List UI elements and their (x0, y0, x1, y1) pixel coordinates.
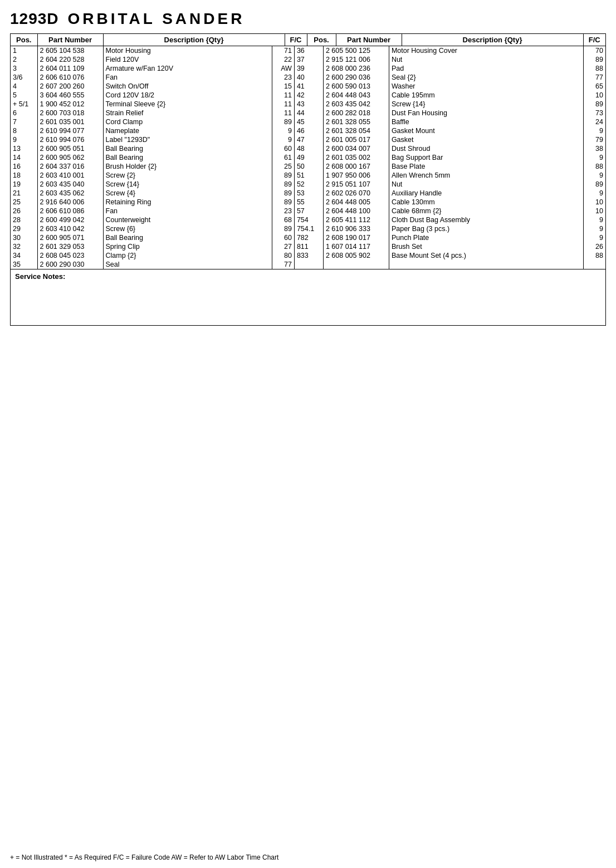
right-pos: 52 (294, 180, 323, 189)
right-partnum: 2 605 500 125 (323, 46, 389, 55)
left-desc: Screw {6} (103, 224, 272, 233)
left-desc: Cord 120V 18/2 (103, 91, 272, 100)
left-partnum: 2 607 200 260 (37, 82, 103, 91)
right-desc: Seal {2} (389, 73, 583, 82)
right-desc: Cable 195mm (389, 91, 583, 100)
left-partnum: 2 610 994 077 (37, 126, 103, 135)
right-partnum: 2 608 000 167 (323, 162, 389, 171)
right-desc: Screw {14} (389, 100, 583, 109)
table-row: 5 3 604 460 555 Cord 120V 18/2 11 42 2 6… (11, 91, 605, 100)
left-desc: Seal (103, 260, 272, 269)
right-pos: 43 (294, 100, 323, 109)
table-row: 30 2 600 905 071 Ball Bearing 60 782 2 6… (11, 233, 605, 242)
right-fc: 9 (583, 171, 605, 180)
table-row: 9 2 610 994 076 Label "1293D" 9 47 2 601… (11, 135, 605, 144)
right-partnum: 2 610 906 333 (323, 224, 389, 233)
left-desc: Cord Clamp (103, 117, 272, 126)
left-pos: 26 (11, 207, 37, 215)
left-partnum: 2 603 410 042 (37, 224, 103, 233)
left-fc: 11 (272, 91, 294, 100)
right-pos: 51 (294, 171, 323, 180)
left-partnum: 1 900 452 012 (37, 100, 103, 109)
left-desc: Field 120V (103, 55, 272, 64)
right-fc: 9 (583, 233, 605, 242)
left-partnum: 2 606 610 076 (37, 73, 103, 82)
left-fc: 15 (272, 82, 294, 91)
table-row: 8 2 610 994 077 Nameplate 9 46 2 601 328… (11, 126, 605, 135)
right-desc: Nut (389, 180, 583, 189)
left-desc: Screw {2} (103, 171, 272, 180)
table-row: + 5/1 1 900 452 012 Terminal Sleeve {2} … (11, 100, 605, 109)
right-desc: Base Mount Set (4 pcs.) (389, 251, 583, 260)
left-pos: 8 (11, 126, 37, 135)
left-partnum: 2 610 994 076 (37, 135, 103, 144)
right-partnum: 2 915 051 107 (323, 180, 389, 189)
right-partnum: 2 605 411 112 (323, 215, 389, 224)
left-pos: 30 (11, 233, 37, 242)
service-notes-label: Service Notes: (15, 272, 65, 281)
right-desc: Motor Housing Cover (389, 46, 583, 55)
left-desc: Spring Clip (103, 242, 272, 251)
table-row: 34 2 608 045 023 Clamp {2} 80 833 2 608 … (11, 251, 605, 260)
right-desc: Cable 130mm (389, 198, 583, 207)
left-pos: 2 (11, 55, 37, 64)
right-partnum: 2 608 000 236 (323, 64, 389, 73)
right-fc: 77 (583, 73, 605, 82)
right-desc: Washer (389, 82, 583, 91)
right-fc: 10 (583, 198, 605, 207)
table-row: 16 2 604 337 016 Brush Holder {2} 25 50 … (11, 162, 605, 171)
right-partnum: 2 604 448 005 (323, 198, 389, 207)
col-pos-right: Pos. (307, 34, 336, 46)
table-row: 1 2 605 104 538 Motor Housing 71 36 2 60… (11, 46, 605, 55)
left-pos: 4 (11, 82, 37, 91)
left-fc: 23 (272, 207, 294, 215)
right-desc: Baffle (389, 117, 583, 126)
table-row: 29 2 603 410 042 Screw {6} 89 754.1 2 61… (11, 224, 605, 233)
right-pos: 57 (294, 207, 323, 215)
right-pos: 811 (294, 242, 323, 251)
left-pos: 1 (11, 46, 37, 55)
table-row: 21 2 603 435 062 Screw {4} 89 53 2 602 0… (11, 189, 605, 198)
left-pos: 28 (11, 215, 37, 224)
table-header: Pos. Part Number Description {Qty} F/C P… (11, 34, 605, 46)
table-row: 25 2 916 640 006 Retaining Ring 89 55 2 … (11, 198, 605, 207)
right-fc (583, 260, 605, 269)
left-pos: 29 (11, 224, 37, 233)
right-partnum: 2 601 328 055 (323, 117, 389, 126)
right-desc: Gasket (389, 135, 583, 144)
right-pos: 39 (294, 64, 323, 73)
left-partnum: 2 606 610 086 (37, 207, 103, 215)
right-desc: Brush Set (389, 242, 583, 251)
right-partnum: 2 604 448 100 (323, 207, 389, 215)
right-fc: 88 (583, 64, 605, 73)
right-fc: 9 (583, 126, 605, 135)
left-desc: Clamp {2} (103, 251, 272, 260)
left-fc: 9 (272, 126, 294, 135)
right-partnum: 2 601 328 054 (323, 126, 389, 135)
left-fc: 25 (272, 162, 294, 171)
right-pos: 48 (294, 144, 323, 153)
left-fc: 80 (272, 251, 294, 260)
right-partnum (323, 260, 389, 269)
right-fc: 10 (583, 207, 605, 215)
left-partnum: 2 603 410 001 (37, 171, 103, 180)
right-pos: 44 (294, 109, 323, 117)
left-desc: Ball Bearing (103, 144, 272, 153)
left-fc: 27 (272, 242, 294, 251)
left-partnum: 2 601 329 053 (37, 242, 103, 251)
left-fc: 89 (272, 224, 294, 233)
right-fc: 9 (583, 215, 605, 224)
left-desc: Motor Housing (103, 46, 272, 55)
left-fc: 22 (272, 55, 294, 64)
table-row: 32 2 601 329 053 Spring Clip 27 811 1 60… (11, 242, 605, 251)
left-pos: 19 (11, 180, 37, 189)
left-pos: 32 (11, 242, 37, 251)
table-body: 1 2 605 104 538 Motor Housing 71 36 2 60… (11, 46, 605, 269)
left-fc: 89 (272, 198, 294, 207)
right-fc: 9 (583, 224, 605, 233)
left-fc: 61 (272, 153, 294, 162)
col-fc-left: F/C (285, 34, 307, 46)
table-row: 6 2 600 703 018 Strain Relief 11 44 2 60… (11, 109, 605, 117)
right-desc: Dust Fan Housing (389, 109, 583, 117)
left-partnum: 2 603 435 040 (37, 180, 103, 189)
